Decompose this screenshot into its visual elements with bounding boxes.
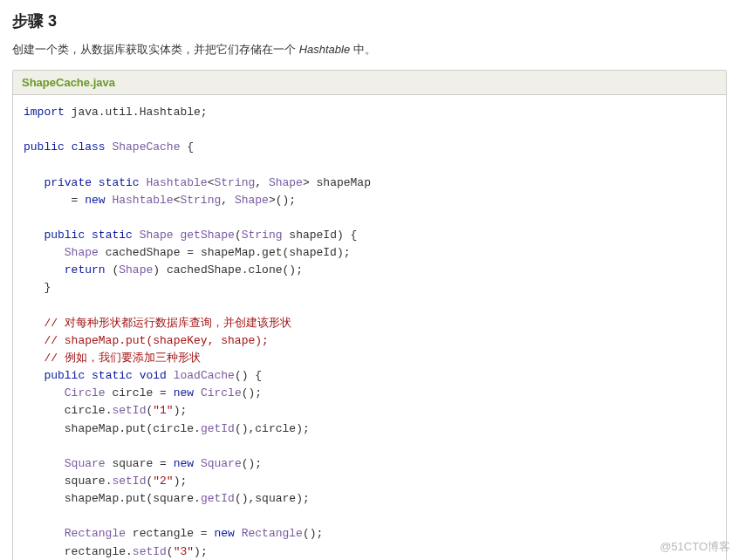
kw-return: return (65, 263, 106, 277)
eq: = (194, 527, 214, 540)
desc-text-before: 创建一个类，从数据库获取实体类，并把它们存储在一个 (12, 43, 299, 56)
type-shape: Shape (65, 246, 99, 259)
call: shapeMap.put (65, 492, 147, 505)
call: cachedShape.clone (167, 263, 283, 277)
paren: ( (235, 229, 242, 242)
type-rectangle: Rectangle (65, 527, 126, 540)
code-block: import java.util.Hashtable; public class… (13, 95, 726, 560)
method-getshape: getShape (180, 229, 234, 242)
semi: ; (255, 457, 262, 470)
eq: = (153, 386, 173, 400)
eq: = (153, 457, 173, 470)
type-shape: Shape (119, 263, 153, 277)
semi: ; (255, 386, 262, 400)
semi: ; (296, 263, 303, 277)
angle: > (303, 176, 310, 189)
dot: . (126, 545, 133, 558)
type-hashtable: Hashtable (146, 176, 207, 189)
var: square (112, 457, 153, 470)
comment: // 对每种形状都运行数据库查询，并创建该形状 (44, 317, 291, 330)
string-literal: "2" (153, 475, 173, 488)
paren: ) (296, 422, 303, 435)
comment: // shapeMap.put(shapeKey, shape); (44, 334, 268, 347)
eq: = (180, 246, 200, 259)
type-shape: Shape (235, 194, 269, 207)
code-filename: ShapeCache.java (13, 71, 726, 95)
kw-static: static (99, 176, 140, 189)
string-literal: "3" (174, 545, 194, 558)
paren: ) (337, 246, 344, 259)
kw-public: public (44, 369, 85, 382)
type-string: String (180, 194, 221, 207)
parens: () (235, 422, 249, 435)
kw-void: void (140, 369, 167, 382)
type-square: Square (65, 457, 106, 470)
call: setId (133, 545, 167, 558)
semi: ; (180, 404, 187, 417)
kw-class: class (72, 140, 106, 154)
step-heading: 步骤 3 (12, 10, 727, 31)
step-description: 创建一个类，从数据库获取实体类，并把它们存储在一个 Hashtable 中。 (12, 42, 727, 58)
kw-new: new (174, 386, 194, 400)
code-container: ShapeCache.java import java.util.Hashtab… (12, 70, 727, 560)
kw-static: static (92, 369, 133, 382)
string-literal: "1" (153, 404, 173, 417)
paren: ( (167, 545, 174, 558)
parens: () (276, 194, 290, 207)
call: shapeMap.get (201, 246, 283, 259)
call: setId (112, 475, 146, 488)
type-shape: Shape (140, 229, 174, 242)
type-circle: Circle (65, 386, 106, 400)
parens: () (235, 492, 249, 505)
parens: () (283, 263, 297, 277)
kw-static: static (92, 229, 133, 242)
type-string: String (214, 176, 255, 189)
method-loadcache: loadCache (174, 369, 235, 382)
type-string: String (242, 229, 283, 242)
type-square: Square (201, 457, 242, 470)
var: circle (112, 386, 153, 400)
field-name: shapeMap (310, 176, 371, 189)
kw-new: new (85, 194, 105, 207)
semi: ; (201, 545, 208, 558)
type-circle: Circle (201, 386, 242, 400)
parens: () (242, 386, 256, 400)
dot: . (194, 492, 201, 505)
var: rectangle (65, 545, 126, 558)
type-shape: Shape (269, 176, 303, 189)
semi: ; (303, 492, 310, 505)
parens: () (303, 527, 317, 540)
call: shapeMap.put (65, 422, 147, 435)
desc-hashtable-em: Hashtable (299, 43, 351, 56)
brace: { (187, 140, 194, 154)
brace: { (351, 229, 358, 242)
var: square (153, 492, 194, 505)
semi: ; (180, 475, 187, 488)
comma: , (221, 194, 235, 207)
kw-public: public (44, 229, 85, 242)
paren: ) (153, 263, 160, 277)
desc-text-after: 中。 (350, 43, 376, 56)
semi: ; (303, 422, 310, 435)
brace: } (44, 281, 51, 294)
kw-new: new (214, 527, 234, 540)
arg: shapeId (289, 246, 337, 259)
dot: . (194, 422, 201, 435)
var: square (65, 475, 106, 488)
kw-import: import (24, 106, 65, 119)
paren: ) (337, 229, 344, 242)
type-hashtable: Hashtable (112, 194, 173, 207)
paren: ) (194, 545, 201, 558)
var: cachedShape (106, 246, 181, 259)
brace: { (255, 369, 262, 382)
var: circle (255, 422, 296, 435)
eq: = (65, 194, 85, 207)
call: getId (201, 492, 235, 505)
type-rectangle: Rectangle (242, 527, 303, 540)
kw-private: private (44, 176, 92, 189)
call: getId (201, 422, 235, 435)
import-path: java.util.Hashtable; (65, 106, 208, 119)
class-name: ShapeCache (106, 140, 188, 154)
call: setId (112, 404, 146, 417)
var: rectangle (133, 527, 194, 540)
